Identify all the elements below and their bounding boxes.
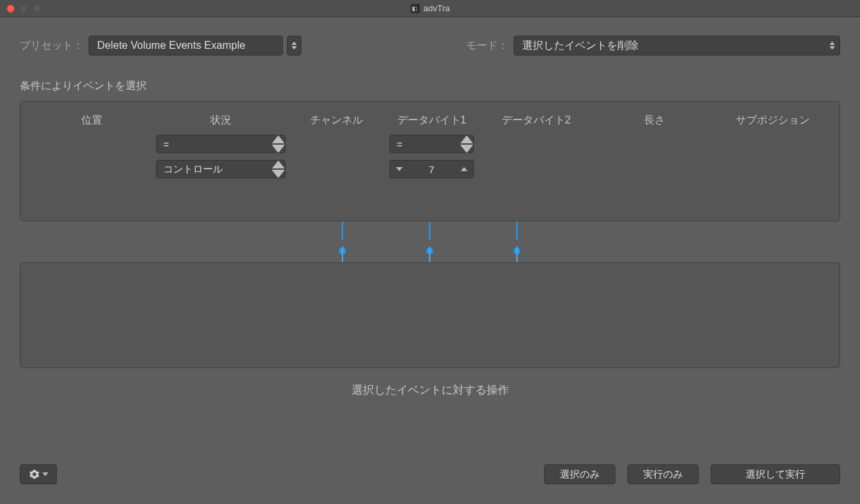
chevron-down-icon bbox=[42, 472, 48, 476]
window-traffic-lights bbox=[7, 5, 41, 13]
execute-only-label: 実行のみ bbox=[643, 468, 683, 481]
col-header-subposition: サブポジション bbox=[717, 111, 828, 129]
conditions-panel: 位置 状況 = コントロール bbox=[20, 101, 840, 221]
window-title-group: ◧ advTra bbox=[410, 3, 450, 13]
select-and-execute-label: 選択して実行 bbox=[746, 468, 805, 481]
col-header-data1: データバイト1 bbox=[383, 111, 481, 129]
updown-icon bbox=[272, 135, 285, 153]
data1-value-stepper[interactable]: 7 bbox=[389, 160, 474, 178]
stepper-decrement[interactable] bbox=[390, 167, 409, 171]
preset-select-value: Delete Volume Events Example bbox=[89, 40, 282, 52]
conditions-heading: 条件によりイベントを選択 bbox=[20, 79, 840, 93]
window-title: advTra bbox=[424, 3, 450, 13]
mode-select-value: 選択したイベントを削除 bbox=[514, 39, 825, 53]
top-controls-row: プリセット： Delete Volume Events Example モード：… bbox=[20, 36, 840, 55]
titlebar: ◧ advTra bbox=[0, 0, 860, 17]
map-sliders-row bbox=[20, 221, 840, 262]
updown-icon bbox=[825, 42, 840, 50]
col-header-channel: チャンネル bbox=[290, 111, 383, 129]
status-operator-value: = bbox=[157, 139, 272, 150]
operations-panel bbox=[20, 262, 840, 368]
data1-operator-value: = bbox=[390, 139, 460, 150]
settings-menu-button[interactable] bbox=[20, 464, 57, 484]
select-and-execute-button[interactable]: 選択して実行 bbox=[711, 464, 840, 484]
mode-select[interactable]: 選択したイベントを削除 bbox=[514, 36, 840, 55]
app-icon: ◧ bbox=[410, 4, 420, 13]
map-slider-channel[interactable] bbox=[341, 221, 344, 262]
status-kind-select[interactable]: コントロール bbox=[156, 160, 286, 178]
status-kind-value: コントロール bbox=[157, 163, 272, 176]
select-only-button[interactable]: 選択のみ bbox=[544, 464, 615, 484]
minimize-window-button[interactable] bbox=[20, 5, 28, 13]
map-slider-data1[interactable] bbox=[428, 221, 431, 262]
stepper-increment[interactable] bbox=[455, 167, 473, 171]
mode-label: モード： bbox=[466, 39, 508, 53]
execute-only-button[interactable]: 実行のみ bbox=[627, 464, 699, 484]
preset-select[interactable]: Delete Volume Events Example bbox=[89, 36, 283, 55]
col-header-length: 長さ bbox=[592, 111, 717, 129]
data1-operator-select[interactable]: = bbox=[389, 135, 474, 153]
close-window-button[interactable] bbox=[7, 5, 15, 13]
map-slider-data2[interactable] bbox=[516, 221, 518, 262]
updown-icon bbox=[460, 135, 473, 153]
preset-label: プリセット： bbox=[20, 39, 83, 53]
col-header-position: 位置 bbox=[32, 111, 151, 129]
col-header-data2: データバイト2 bbox=[481, 111, 592, 129]
gear-icon bbox=[29, 469, 40, 480]
operations-caption: 選択したイベントに対する操作 bbox=[20, 382, 840, 398]
col-header-status: 状況 bbox=[151, 111, 290, 129]
preset-stepper[interactable] bbox=[287, 36, 301, 55]
status-operator-select[interactable]: = bbox=[156, 135, 286, 153]
zoom-window-button[interactable] bbox=[33, 5, 41, 13]
data1-value: 7 bbox=[409, 164, 455, 175]
bottom-bar: 選択のみ 実行のみ 選択して実行 bbox=[20, 464, 840, 484]
updown-icon bbox=[272, 161, 285, 178]
select-only-label: 選択のみ bbox=[560, 468, 600, 481]
